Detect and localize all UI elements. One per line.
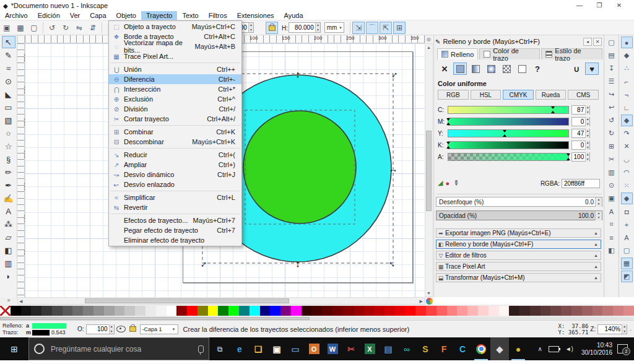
palette-swatch[interactable]	[311, 306, 322, 316]
selection-handle[interactable]: ↔	[386, 67, 401, 81]
menu-item-cortar-trayecto[interactable]: ✂Cortar trayectoCtrl+Alt+/	[109, 114, 241, 124]
rgba-input[interactable]	[562, 179, 600, 188]
spinner[interactable]: ▲▼	[585, 141, 589, 150]
palette-swatch[interactable]	[582, 306, 593, 316]
scroll-down-icon[interactable]: ▼	[425, 291, 432, 295]
cortana-search[interactable]	[28, 337, 209, 360]
palette-swatch[interactable]	[115, 306, 125, 316]
snap-bbox-centers-icon[interactable]: ∟	[621, 102, 633, 113]
palette-swatch[interactable]	[63, 306, 73, 316]
notification-icon[interactable]: 2	[617, 344, 628, 353]
palette-swatch[interactable]	[405, 306, 415, 316]
palette-swatch[interactable]	[135, 306, 145, 316]
minimize-button[interactable]: —	[570, 0, 589, 11]
selection-handle[interactable]: ↔	[389, 163, 398, 174]
snap-smooth-nodes-icon[interactable]: ◡	[621, 154, 633, 165]
taskbar-snipping-tool-icon[interactable]: ✂	[342, 337, 360, 360]
clock[interactable]: 10:43 30/10/2016	[581, 342, 612, 357]
zoom-drawing-icon[interactable]: ⊙	[606, 180, 617, 191]
palette-swatch[interactable]	[280, 306, 291, 316]
palette-swatch[interactable]	[83, 306, 93, 316]
scroll-up-icon[interactable]: ▲	[425, 45, 432, 50]
select-all-layers-icon[interactable]: ▦	[14, 22, 27, 34]
selection-handle[interactable]: ↕	[295, 69, 300, 79]
layer-visibility-icon[interactable]	[116, 326, 126, 332]
flat-color-button[interactable]	[453, 63, 467, 75]
spinner[interactable]: ▲▼	[585, 117, 589, 126]
resize-grip[interactable]: ⌟	[629, 326, 632, 332]
palette-swatch[interactable]	[124, 306, 135, 316]
no-paint-button[interactable]: ✕	[438, 63, 451, 75]
palette-swatch[interactable]	[145, 306, 156, 316]
eyedropper-icon[interactable]: ✏	[452, 180, 460, 186]
palette-swatch[interactable]	[156, 306, 167, 316]
spinner[interactable]: ▲▼	[585, 129, 589, 138]
slider-marker[interactable]	[503, 134, 506, 137]
layer-select[interactable]: -Capa 1 ▼	[140, 324, 178, 334]
taskbar-gold-globe-icon[interactable]: ●	[509, 337, 528, 360]
colorspace-rgb[interactable]: RGB	[438, 90, 469, 100]
palette-swatch[interactable]	[561, 306, 571, 316]
spinner[interactable]: ▲▼	[585, 152, 589, 162]
palette-swatch[interactable]	[270, 306, 280, 316]
palette-swatch[interactable]	[228, 306, 239, 316]
fill-rule-nonzero-button[interactable]: ♥	[585, 63, 599, 75]
taskbar-inkscape-icon[interactable]: ◆	[490, 337, 509, 360]
taskbar-sublime-icon[interactable]: S	[416, 337, 435, 360]
menu-item-ampliar[interactable]: ↗AmpliarCtrl+)	[109, 160, 241, 170]
radial-gradient-button[interactable]	[484, 63, 498, 75]
menu-item-combinar[interactable]: ⊞CombinarCtrl+K	[109, 127, 241, 137]
menu-extensiones[interactable]: Extensiones	[232, 11, 279, 20]
palette-overflow-button[interactable]: »	[2, 297, 15, 305]
scale-stroke-toggle[interactable]: ⇲	[352, 22, 365, 34]
unit-select[interactable]: mm▼	[324, 22, 344, 33]
taskbar-f-config-icon[interactable]: F	[435, 337, 453, 360]
spinner[interactable]: ▲▼	[585, 105, 589, 115]
task-view-button[interactable]: ⧉	[209, 337, 230, 360]
menu-ver[interactable]: Ver	[65, 11, 85, 20]
palette-swatch[interactable]	[509, 306, 519, 316]
spray-tool[interactable]: ⁂	[2, 218, 15, 230]
palette-swatch[interactable]	[593, 306, 603, 316]
snap-bbox-edges-icon[interactable]: ∴	[621, 63, 633, 74]
taskbar-ccleaner-icon[interactable]: C	[453, 337, 472, 360]
palette-swatch[interactable]	[447, 306, 458, 316]
palette-swatch[interactable]	[550, 306, 561, 316]
duplicate-icon[interactable]: ▣	[606, 193, 617, 204]
snap-bbox-icon[interactable]: ◆	[621, 50, 633, 61]
select-all-icon[interactable]: ▣	[1, 22, 13, 34]
slider-track[interactable]	[448, 118, 569, 126]
colorspace-rueda[interactable]: Rueda	[536, 90, 567, 100]
linear-gradient-button[interactable]	[469, 63, 482, 75]
palette-swatch[interactable]	[623, 306, 634, 316]
scale-pattern-toggle[interactable]: ⊞	[393, 22, 406, 34]
slider-value-input[interactable]	[572, 118, 585, 126]
preferences-icon[interactable]: ◧	[606, 245, 617, 256]
lock-ratio-toggle[interactable]	[266, 22, 278, 34]
panel-collapse-button[interactable]: ◂	[583, 38, 592, 46]
vertical-ruler[interactable]: 35030025020015010050	[17, 43, 25, 297]
xml-editor-icon[interactable]: ⌗	[606, 219, 617, 230]
blur-row[interactable]: Desenfoque (%) 0.0 ▲▼	[436, 197, 602, 207]
swatch-button[interactable]	[515, 63, 529, 75]
fill-swatch[interactable]	[32, 323, 66, 329]
palette-swatch[interactable]	[176, 306, 187, 316]
snap-page-border-icon[interactable]: ▢	[621, 245, 633, 256]
gradient-tool[interactable]: ▥	[2, 257, 15, 269]
quick-zoom-icon[interactable]: ◎	[425, 35, 433, 43]
colorspace-cms[interactable]: CMS	[568, 90, 599, 100]
fill-stroke-indicator[interactable]: Relleno: a Trazo: m 0.543	[2, 323, 76, 336]
snap-bbox-corners-icon[interactable]: ⌐	[621, 76, 633, 87]
taskbar-remote-desktop-icon[interactable]: ▭	[286, 337, 305, 360]
vertical-scrollbar[interactable]: ▲ ▼	[425, 43, 433, 297]
menu-item-exclusión[interactable]: ⊕ExclusiónCtrl+^	[109, 94, 241, 104]
snap-enable-icon[interactable]: ●	[621, 37, 633, 48]
rotate-cw-icon[interactable]: ↻	[59, 22, 72, 34]
taskbar-excel-icon[interactable]: X	[360, 337, 379, 360]
slider-track[interactable]	[448, 106, 569, 114]
bucket-tool[interactable]: ◧	[2, 244, 15, 256]
palette-swatch[interactable]	[519, 306, 530, 316]
text-tool[interactable]: A	[2, 205, 15, 217]
menu-ayuda[interactable]: Ayuda	[279, 11, 308, 20]
pattern-button[interactable]	[500, 63, 513, 75]
